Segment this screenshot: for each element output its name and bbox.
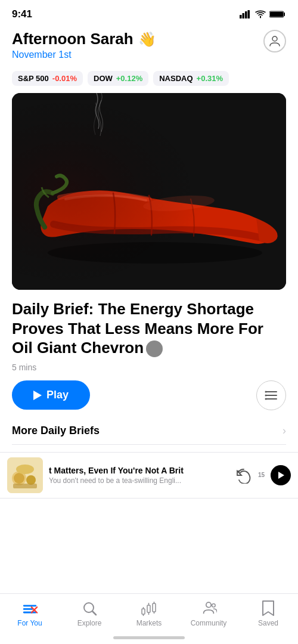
article-duration: 5 mins	[12, 363, 286, 372]
svg-rect-5	[270, 12, 283, 17]
nav-label-for-you: For You	[17, 619, 42, 627]
mini-player-thumbnail	[7, 457, 43, 493]
svg-rect-1	[243, 13, 245, 18]
mini-player-subtitle: You don't need to be a tea-swilling Engl…	[49, 476, 229, 485]
list-button[interactable]	[256, 380, 286, 410]
greeting-emoji: 👋	[138, 31, 156, 48]
ticker-sp500[interactable]: S&P 500 -0.01%	[12, 71, 83, 86]
svg-point-6	[272, 36, 277, 41]
svg-point-19	[14, 473, 24, 484]
svg-point-20	[26, 475, 36, 485]
ticker-dow-value: +0.12%	[116, 74, 142, 83]
chevron-right-icon: ›	[283, 425, 286, 437]
svg-rect-25	[23, 612, 36, 614]
mini-badge: 15	[258, 472, 265, 478]
nav-label-explore: Explore	[77, 619, 102, 627]
svg-point-16	[265, 398, 267, 400]
ticker-nasdaq-name: NASDAQ	[159, 74, 193, 83]
saved-icon	[260, 600, 277, 617]
nav-item-for-you[interactable]: For You	[0, 600, 60, 627]
ticker-dow[interactable]: DOW +0.12%	[88, 71, 148, 86]
nav-item-markets[interactable]: Markets	[119, 600, 179, 627]
mini-back-button[interactable]	[235, 467, 252, 484]
nav-item-community[interactable]: Community	[179, 600, 238, 627]
mini-play-button[interactable]	[271, 465, 291, 485]
more-header[interactable]: More Daily Briefs ›	[12, 425, 286, 445]
svg-rect-36	[153, 603, 156, 612]
svg-point-40	[212, 604, 216, 608]
svg-rect-2	[245, 11, 247, 18]
back-icon	[235, 467, 252, 484]
more-section: More Daily Briefs ›	[0, 425, 298, 445]
svg-rect-24	[23, 608, 33, 610]
profile-button[interactable]	[263, 30, 286, 52]
battery-icon	[269, 10, 286, 18]
mini-player-info: t Matters, Even If You're Not A Brit You…	[43, 466, 235, 485]
explore-icon	[81, 600, 98, 617]
mini-player-controls: 15	[235, 465, 291, 485]
status-bar: 9:41	[0, 0, 298, 25]
article-controls: Play	[12, 380, 286, 410]
greeting-date: November 1st	[12, 49, 156, 60]
wifi-icon	[255, 10, 266, 18]
market-ticker: S&P 500 -0.01% DOW +0.12% NASDAQ +0.31%	[0, 67, 298, 93]
svg-point-21	[16, 465, 34, 474]
progress-indicator	[146, 340, 163, 357]
svg-line-29	[92, 611, 96, 615]
svg-rect-33	[147, 605, 150, 612]
play-button[interactable]: Play	[12, 380, 90, 410]
mini-player-title: t Matters, Even If You're Not A Brit	[49, 466, 229, 475]
play-triangle-icon	[33, 391, 42, 400]
svg-rect-0	[240, 15, 242, 18]
signal-icon	[240, 10, 252, 18]
header: Afternoon Sarah 👋 November 1st	[0, 25, 298, 67]
greeting-name: Afternoon Sarah	[12, 30, 134, 48]
svg-rect-23	[23, 605, 36, 606]
list-icon	[265, 390, 278, 401]
ticker-sp500-name: S&P 500	[18, 74, 49, 83]
hero-image	[12, 93, 286, 290]
nav-item-explore[interactable]: Explore	[60, 600, 119, 627]
nav-item-saved[interactable]: Saved	[238, 600, 298, 627]
mini-player[interactable]: t Matters, Even If You're Not A Brit You…	[0, 452, 298, 499]
svg-point-15	[265, 394, 267, 396]
home-indicator	[113, 636, 185, 639]
markets-icon	[141, 600, 157, 617]
svg-rect-30	[142, 609, 145, 614]
for-you-icon	[21, 600, 38, 617]
ticker-nasdaq-value: +0.31%	[197, 74, 223, 83]
nav-label-community: Community	[191, 619, 227, 627]
profile-icon	[268, 34, 282, 48]
play-label: Play	[46, 389, 69, 401]
mini-play-triangle-icon	[278, 472, 284, 479]
svg-rect-22	[13, 484, 37, 488]
svg-point-14	[265, 391, 267, 392]
article-title: Daily Brief: The Energy Shortage Proves …	[12, 299, 286, 358]
nav-label-markets: Markets	[136, 619, 162, 627]
ticker-nasdaq[interactable]: NASDAQ +0.31%	[153, 71, 229, 86]
nav-label-saved: Saved	[258, 619, 278, 627]
svg-rect-10	[12, 93, 286, 290]
ticker-sp500-value: -0.01%	[52, 74, 77, 83]
community-icon	[200, 600, 217, 617]
article-section: Daily Brief: The Energy Shortage Proves …	[0, 290, 298, 410]
status-time: 9:41	[12, 8, 32, 20]
more-title: More Daily Briefs	[12, 425, 100, 437]
ticker-dow-name: DOW	[94, 74, 113, 83]
status-icons	[240, 10, 286, 18]
greeting-section: Afternoon Sarah 👋 November 1st	[12, 30, 156, 60]
svg-point-39	[206, 602, 211, 607]
svg-rect-3	[248, 10, 250, 18]
